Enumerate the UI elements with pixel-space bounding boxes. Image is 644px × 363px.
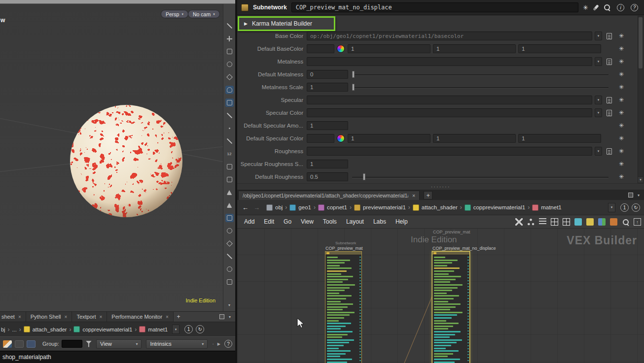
notes-icon[interactable] — [574, 218, 582, 226]
divider-grip[interactable]: ······· — [431, 186, 451, 188]
intrinsics-dropdown[interactable]: Intrinsics ▾ — [146, 339, 208, 349]
tab-python-shell[interactable]: Python Shell× — [26, 312, 72, 322]
color-swatch-field[interactable] — [307, 44, 334, 53]
tab-textport[interactable]: Textport× — [72, 312, 107, 322]
pane-maximize-icon[interactable]: ↑ — [634, 218, 641, 226]
param-menu-button[interactable]: ▾ — [595, 147, 602, 156]
move-tool-icon[interactable] — [225, 34, 234, 43]
copy-parm-icon[interactable] — [607, 110, 612, 116]
help-icon[interactable]: ? — [224, 340, 232, 348]
cup-icon[interactable] — [225, 188, 234, 197]
param-component-input[interactable]: 1 — [348, 44, 430, 53]
add-tab-button[interactable]: + — [424, 191, 432, 199]
param-gear-menu-icon[interactable]: ✳ — [619, 84, 624, 91]
persp-view-menu[interactable]: Persp ▾ — [161, 10, 188, 18]
copy-parm-icon[interactable] — [607, 59, 612, 65]
param-gear-menu-icon[interactable]: ✳ — [619, 33, 624, 39]
pen-icon[interactable] — [225, 137, 234, 145]
grid-view-icon[interactable] — [551, 218, 558, 226]
param-component-input[interactable]: 1 — [433, 134, 516, 143]
help-icon[interactable]: ? — [631, 4, 638, 11]
menu-go[interactable]: Go — [284, 218, 291, 225]
copy-parm-icon[interactable] — [607, 97, 612, 103]
view-dropdown[interactable]: View ▾ — [96, 339, 142, 349]
collapse-arrow-icon[interactable]: ▶ — [244, 21, 248, 26]
param-gear-menu-icon[interactable]: ✳ — [619, 173, 624, 180]
param-input[interactable] — [307, 108, 592, 117]
camera-menu[interactable]: No cam ▾ — [188, 10, 220, 18]
sticky-note-icon[interactable] — [586, 218, 594, 226]
param-gear-menu-icon[interactable]: ✳ — [619, 109, 624, 116]
bucket-icon[interactable] — [225, 163, 234, 171]
param-input[interactable]: op:/obj/geo1/copnet1/previewmaterial1/ba… — [307, 32, 592, 40]
param-input[interactable]: 0 — [307, 70, 348, 79]
pane-menu-icon[interactable]: ▾ — [638, 193, 640, 198]
menu-layout[interactable]: Layout — [346, 218, 364, 225]
jar-icon[interactable] — [225, 175, 234, 184]
node-name-field[interactable]: COP_preview_mat_no_displace — [291, 2, 578, 12]
group-separator-dot[interactable] — [225, 124, 234, 132]
crumb-geo1[interactable]: geo1 — [289, 204, 311, 211]
grid-snap-icon[interactable] — [563, 218, 570, 226]
sync-badge[interactable]: 1 — [184, 325, 193, 333]
copy-parm-icon[interactable] — [607, 148, 612, 155]
knife-icon[interactable] — [225, 252, 234, 261]
disc-icon[interactable] — [225, 265, 234, 273]
dimension-icon[interactable]: 12 — [225, 150, 234, 158]
menu-add[interactable]: Add — [244, 218, 254, 225]
add-tab-button[interactable]: + — [174, 312, 183, 322]
crumb-more-button[interactable]: ... — [12, 327, 17, 332]
network-node-cop-preview-mat-no-displace[interactable]: COP_preview_mat_no_displace — [432, 251, 470, 363]
param-gear-menu-icon[interactable]: ✳ — [619, 148, 624, 155]
crumb-previewmaterial1[interactable]: previewmaterial1 — [354, 204, 406, 211]
light-icon[interactable] — [225, 86, 234, 94]
takes-icon[interactable] — [610, 218, 617, 226]
slider-handle[interactable] — [363, 173, 365, 180]
param-menu-button[interactable]: ▾ — [595, 57, 602, 66]
param-slider[interactable] — [352, 173, 608, 181]
param-gear-menu-icon[interactable]: ✳ — [619, 45, 624, 52]
param-input[interactable] — [307, 57, 592, 66]
crumb-attach-shader[interactable]: attach_shader — [24, 326, 67, 332]
tab-close-icon[interactable]: × — [65, 314, 68, 320]
pane-menu-icon[interactable]: ▾ — [229, 315, 231, 319]
param-gear-menu-icon[interactable]: ✳ — [619, 58, 624, 65]
color-swatch-field[interactable] — [307, 134, 334, 143]
param-menu-button[interactable]: ▾ — [595, 32, 602, 40]
param-component-input[interactable]: 1 — [433, 44, 516, 53]
scene-viewport[interactable]: w Persp ▾ No cam ▾ — [0, 4, 223, 311]
param-input[interactable]: 1 — [307, 121, 348, 130]
tab-close-icon[interactable]: × — [166, 314, 169, 320]
brush-icon[interactable] — [593, 4, 599, 10]
pin-icon[interactable] — [15, 340, 24, 348]
param-input[interactable]: 1 — [307, 160, 348, 168]
group-input[interactable] — [62, 340, 82, 348]
filter-icon[interactable] — [86, 341, 92, 347]
snap-icon[interactable] — [225, 73, 234, 81]
crumb-copnet1[interactable]: copnet1 — [318, 204, 347, 211]
param-input[interactable] — [307, 147, 592, 156]
mirror-icon[interactable] — [225, 227, 234, 235]
link-loop-icon[interactable]: ↻ — [196, 325, 204, 333]
network-tree-icon[interactable] — [527, 218, 535, 226]
param-menu-button[interactable]: ▾ — [595, 96, 602, 104]
snapshot-icon[interactable] — [225, 214, 234, 222]
param-input[interactable] — [307, 96, 592, 104]
search-icon[interactable] — [604, 4, 610, 11]
no-selection-icon[interactable] — [225, 60, 234, 68]
param-scrollbar[interactable]: ▾ — [638, 16, 644, 183]
flag-icon[interactable] — [225, 201, 234, 209]
current-op-icon[interactable] — [3, 340, 12, 348]
path-dropdown-button[interactable]: ▾ — [172, 325, 179, 334]
color-wheel-icon[interactable] — [337, 134, 345, 142]
sync-badge[interactable]: 1 — [620, 203, 629, 212]
param-gear-menu-icon[interactable]: ✳ — [619, 122, 624, 129]
camera-lock-icon[interactable] — [225, 99, 234, 107]
lock-icon[interactable] — [225, 47, 234, 56]
path-dropdown-button[interactable]: ▾ — [608, 203, 615, 212]
param-input[interactable]: 0.5 — [307, 172, 348, 181]
menu-tools[interactable]: Tools — [323, 218, 337, 225]
link-loop-icon[interactable]: ↻ — [632, 203, 640, 212]
slider-handle[interactable] — [352, 71, 355, 78]
forward-arrow-icon[interactable]: → — [253, 204, 260, 211]
